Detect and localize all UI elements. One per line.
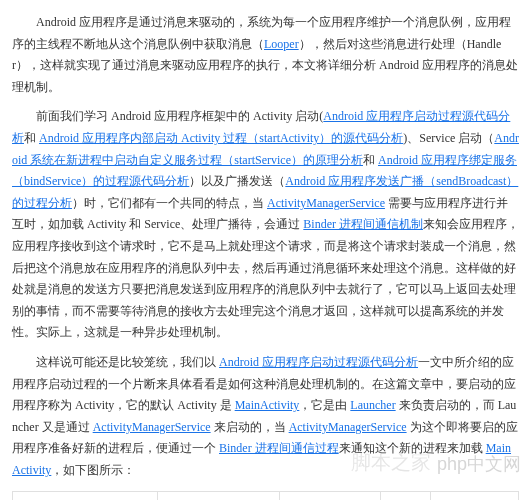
paragraph-3: 这样说可能还是比较笼统，我们以 Android 应用程序启动过程源代码分析一文中… (12, 352, 519, 482)
link-ams-3[interactable]: ActivityManagerService (289, 420, 407, 434)
header-applicationthread: ApplicationThread (158, 492, 280, 500)
header-applicationthreadproxy: ApplicationThreadProxy (13, 492, 158, 500)
link-binder-ipc-1[interactable]: Binder 进程间通信机制 (303, 217, 423, 231)
header-activitythread: ActivityThread (280, 492, 382, 500)
header-h: H (381, 492, 430, 500)
link-ams-2[interactable]: ActivityManagerService (93, 420, 211, 434)
paragraph-1: Android 应用程序是通过消息来驱动的，系统为每一个应用程序维护一个消息队例… (12, 12, 519, 98)
link-mainactivity-1[interactable]: MainActivity (235, 398, 300, 412)
paragraph-2: 前面我们学习 Android 应用程序框架中的 Activity 启动(Andr… (12, 106, 519, 344)
diagram-headers: ApplicationThreadProxy ApplicationThread… (13, 492, 518, 500)
link-launcher[interactable]: Launcher (350, 398, 395, 412)
link-ams-1[interactable]: ActivityManagerService (267, 196, 385, 210)
sequence-diagram: ApplicationThreadProxy ApplicationThread… (12, 491, 519, 500)
link-startactivity-analysis[interactable]: Android 应用程序内部启动 Activity 过程（startActivi… (39, 131, 403, 145)
link-app-launch-analysis-2[interactable]: Android 应用程序启动过程源代码分析 (219, 355, 418, 369)
header-mainactivity: MainActivity (431, 492, 518, 500)
link-binder-ipc-2[interactable]: Binder 进程间通信过程 (219, 441, 339, 455)
link-looper[interactable]: Looper (264, 37, 299, 51)
